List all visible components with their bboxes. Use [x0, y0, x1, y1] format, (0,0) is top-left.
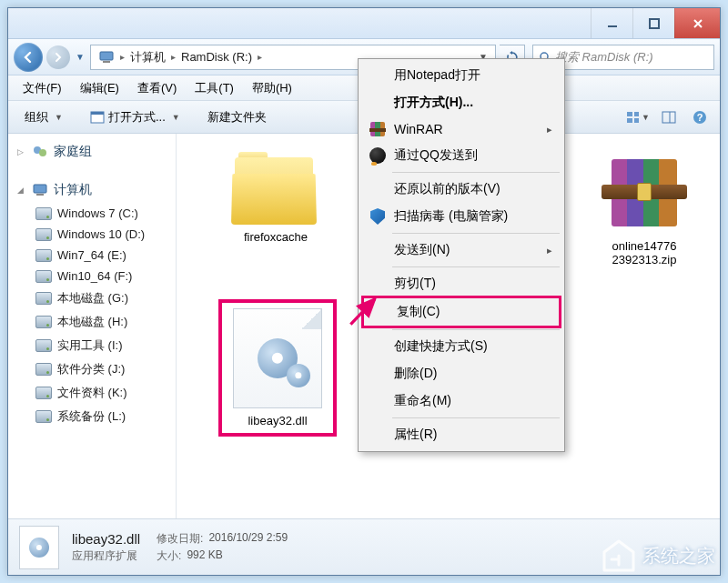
- svg-rect-18: [34, 185, 46, 193]
- drive-icon: [35, 339, 52, 352]
- sidebar-computer[interactable]: ◢ 计算机: [10, 177, 174, 203]
- minimize-icon: [607, 18, 618, 29]
- help-button[interactable]: ?: [687, 106, 713, 128]
- sidebar-drive-k[interactable]: 文件资料 (K:): [10, 381, 174, 405]
- ctx-open-with[interactable]: 打开方式(H)...: [361, 89, 561, 116]
- menu-tools[interactable]: 工具(T): [187, 77, 241, 99]
- submenu-arrow-icon: ▸: [547, 245, 552, 256]
- drive-icon: [35, 270, 52, 283]
- sidebar-drive-h[interactable]: 本地磁盘 (H:): [10, 310, 174, 334]
- ctx-rename[interactable]: 重命名(M): [361, 387, 561, 415]
- chevron-down-icon: ▼: [172, 113, 180, 122]
- maximize-button[interactable]: [632, 8, 674, 38]
- ctx-send-to[interactable]: 发送到(N)▸: [361, 236, 561, 264]
- separator: [392, 266, 560, 267]
- search-placeholder: 搜索 RamDisk (R:): [555, 49, 653, 65]
- drive-icon: [35, 228, 52, 241]
- details-file-icon: [19, 526, 59, 569]
- svg-rect-11: [634, 118, 639, 123]
- qq-icon: [369, 146, 387, 165]
- window-controls: [591, 8, 720, 38]
- svg-rect-7: [91, 112, 104, 115]
- svg-rect-2: [100, 52, 113, 60]
- ctx-scan-virus[interactable]: 扫描病毒 (电脑管家): [361, 203, 561, 230]
- file-label: libeay32.dll: [248, 414, 307, 427]
- drive-icon: [35, 292, 52, 305]
- sidebar-homegroup[interactable]: ▷ 家庭组: [10, 139, 174, 165]
- forward-arrow-icon: [53, 52, 64, 63]
- sidebar-drive-i[interactable]: 实用工具 (I:): [10, 334, 174, 357]
- sidebar-drive-g[interactable]: 本地磁盘 (G:): [10, 286, 174, 310]
- ctx-restore-previous[interactable]: 还原以前的版本(V): [361, 176, 561, 203]
- ctx-copy[interactable]: 复制(C): [361, 296, 561, 328]
- new-folder-button[interactable]: 新建文件夹: [198, 106, 276, 129]
- svg-rect-1: [650, 19, 659, 28]
- separator: [392, 233, 560, 234]
- file-item-dll-selected[interactable]: libeay32.dll: [218, 299, 337, 437]
- watermark-text: 系统之家: [642, 544, 715, 568]
- ctx-cut[interactable]: 剪切(T): [361, 270, 561, 297]
- ctx-winrar[interactable]: WinRAR▸: [361, 116, 561, 142]
- file-item-zip[interactable]: online14776 2392313.zip: [585, 146, 703, 272]
- drive-icon: [35, 363, 52, 376]
- svg-rect-10: [627, 118, 632, 123]
- winrar-icon: [369, 120, 387, 138]
- nav-history-dropdown[interactable]: ▼: [74, 52, 86, 62]
- maximize-icon: [649, 18, 660, 29]
- menu-file[interactable]: 文件(F): [15, 77, 69, 99]
- back-button[interactable]: [14, 43, 43, 72]
- details-size-value: 992 KB: [187, 548, 222, 564]
- breadcrumb-computer-icon[interactable]: [95, 48, 118, 66]
- sidebar-drive-c[interactable]: Windows 7 (C:): [10, 203, 174, 224]
- open-with-button[interactable]: 打开方式...▼: [81, 106, 189, 129]
- watermark: 系统之家: [601, 539, 715, 572]
- details-size-label: 大小:: [157, 548, 181, 564]
- forward-button[interactable]: [46, 45, 70, 69]
- details-modified-value: 2016/10/29 2:59: [208, 531, 288, 547]
- details-modified-label: 修改日期:: [157, 531, 203, 547]
- organize-button[interactable]: 组织▼: [15, 106, 72, 129]
- separator: [392, 172, 560, 173]
- svg-text:?: ?: [697, 112, 703, 123]
- submenu-arrow-icon: ▸: [547, 124, 552, 136]
- ctx-create-shortcut[interactable]: 创建快捷方式(S): [361, 333, 561, 360]
- sidebar-drive-j[interactable]: 软件分类 (J:): [10, 357, 174, 381]
- collapse-icon: ◢: [17, 186, 26, 195]
- navigation-sidebar[interactable]: ▷ 家庭组 ◢ 计算机 Windows 7 (C:) Windows 10 (D…: [8, 134, 177, 518]
- svg-point-17: [39, 149, 46, 156]
- close-icon: [693, 18, 703, 29]
- minimize-button[interactable]: [591, 8, 632, 38]
- pane-icon: [662, 111, 676, 124]
- sidebar-drive-d[interactable]: Windows 10 (D:): [10, 224, 174, 245]
- breadcrumb-item[interactable]: RamDisk (R:): [177, 48, 256, 65]
- breadcrumb-item[interactable]: 计算机: [126, 47, 169, 67]
- ctx-delete[interactable]: 删除(D): [361, 360, 561, 387]
- details-filetype: 应用程序扩展: [72, 548, 140, 564]
- computer-icon: [98, 50, 115, 65]
- menu-edit[interactable]: 编辑(E): [73, 77, 126, 99]
- view-options-button[interactable]: ▼: [625, 106, 651, 128]
- close-button[interactable]: [674, 8, 720, 38]
- drive-icon: [35, 316, 52, 328]
- context-menu: 用Notepad打开 打开方式(H)... WinRAR▸ 通过QQ发送到 还原…: [358, 58, 565, 452]
- view-icon: [626, 111, 639, 124]
- drive-icon: [35, 410, 52, 423]
- ctx-open-notepad[interactable]: 用Notepad打开: [361, 62, 561, 89]
- file-item-folder[interactable]: firefoxcache: [217, 146, 335, 249]
- rar-archive-icon: [605, 152, 683, 234]
- ctx-qq-send[interactable]: 通过QQ发送到: [361, 142, 561, 169]
- sidebar-drive-l[interactable]: 系统备份 (L:): [10, 405, 174, 428]
- drive-icon: [35, 249, 52, 262]
- chevron-right-icon: ▸: [120, 52, 125, 62]
- help-icon: ?: [693, 110, 707, 125]
- sidebar-drive-e[interactable]: Win7_64 (E:): [10, 245, 174, 266]
- sidebar-drive-f[interactable]: Win10_64 (F:): [10, 266, 174, 286]
- menu-help[interactable]: 帮助(H): [245, 77, 299, 99]
- preview-pane-button[interactable]: [656, 106, 682, 128]
- homegroup-icon: [32, 145, 48, 159]
- ctx-properties[interactable]: 属性(R): [361, 421, 561, 448]
- file-label: firefoxcache: [244, 230, 308, 244]
- file-label: online14776 2392313.zip: [612, 239, 677, 266]
- separator: [392, 329, 560, 330]
- menu-view[interactable]: 查看(V): [130, 77, 184, 99]
